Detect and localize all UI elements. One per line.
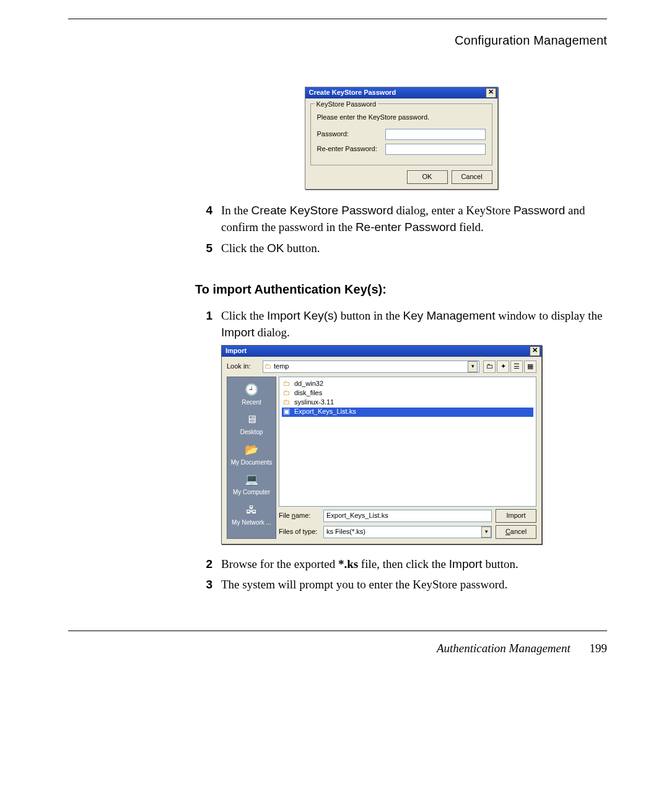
lookin-label: Look in: [227, 362, 259, 372]
prompt-text: Please enter the KeyStore password. [317, 113, 486, 123]
filename-input[interactable]: Export_Keys_List.ks [323, 510, 492, 522]
places-desktop[interactable]: 🖥 Desktop [227, 409, 276, 440]
step-text: Click the OK button. [221, 240, 607, 257]
keystore-groupbox: KeyStore Password Please enter the KeySt… [310, 103, 492, 165]
desktop-icon: 🖥 [243, 412, 260, 427]
reenter-password-input[interactable] [385, 144, 486, 155]
running-head: Configuration Management [68, 32, 607, 50]
places-computer[interactable]: 💻 My Computer [227, 469, 276, 500]
cancel-button[interactable]: Cancel [452, 170, 492, 184]
password-input[interactable] [385, 129, 486, 140]
footer-title: Authentication Management [437, 642, 571, 655]
step-text: The system will prompt you to enter the … [221, 576, 607, 593]
filetype-dropdown[interactable]: ks Files(*.ks) ▾ [323, 526, 492, 538]
list-item[interactable]: 🗀syslinux-3.11 [282, 398, 533, 408]
step-number: 5 [195, 240, 212, 257]
list-item[interactable]: 🗀disk_files [282, 389, 533, 398]
close-icon[interactable]: ✕ [486, 88, 496, 98]
cancel-button[interactable]: Cancel [496, 525, 536, 539]
list-view-icon[interactable]: ☰ [510, 360, 523, 373]
step-number: 4 [195, 202, 212, 236]
step-text: In the Create KeyStore Password dialog, … [221, 202, 607, 236]
file-list[interactable]: 🗀dd_win32 🗀disk_files 🗀syslinux-3.11 ▣Ex… [279, 377, 536, 507]
folder-open-icon: 🗀 [265, 362, 271, 372]
reenter-password-label: Re-enter Password: [317, 144, 385, 154]
places-network[interactable]: 🖧 My Network ... [227, 500, 276, 530]
details-view-icon[interactable]: ▦ [524, 360, 536, 373]
import-button[interactable]: Import [496, 509, 536, 523]
step-text: Click the Import Key(s) button in the Ke… [221, 307, 607, 341]
places-recent[interactable]: 🕘 Recent [227, 380, 276, 410]
page-footer: Authentication Management 199 [68, 631, 607, 657]
groupbox-title: KeyStore Password [315, 100, 378, 110]
dialog-title: Import [225, 346, 247, 356]
lookin-value: temp [274, 362, 289, 372]
new-folder-icon[interactable]: ✦ [497, 360, 509, 373]
import-dialog: Import ✕ Look in: 🗀 temp ▾ 🗀 ✦ ☰ ▦ [221, 345, 542, 544]
list-item[interactable]: 🗀dd_win32 [282, 380, 533, 389]
chevron-down-icon[interactable]: ▾ [481, 526, 491, 538]
places-documents[interactable]: 📂 My Documents [227, 440, 276, 470]
up-folder-icon[interactable]: 🗀 [483, 360, 496, 373]
chevron-down-icon[interactable]: ▾ [468, 361, 478, 372]
titlebar: Create KeyStore Password ✕ [305, 87, 497, 98]
step-number: 1 [195, 307, 212, 341]
documents-icon: 📂 [243, 442, 260, 457]
places-bar: 🕘 Recent 🖥 Desktop 📂 My Documents 💻 My C… [227, 377, 276, 539]
recent-icon: 🕘 [243, 382, 260, 397]
ok-button[interactable]: OK [407, 170, 448, 184]
create-keystore-dialog: Create KeyStore Password ✕ KeyStore Pass… [305, 87, 498, 190]
filetype-label: Files of type: [279, 527, 320, 537]
computer-icon: 💻 [243, 472, 260, 487]
file-icon: ▣ [283, 406, 292, 417]
network-icon: 🖧 [243, 502, 260, 517]
step-text: Browse for the exported *.ks file, then … [221, 556, 607, 573]
list-item[interactable]: ▣Export_Keys_List.ks [282, 408, 533, 417]
lookin-dropdown[interactable]: 🗀 temp ▾ [263, 360, 479, 373]
section-heading: To import Authentication Key(s): [195, 281, 607, 299]
step-number: 2 [195, 556, 212, 573]
password-label: Password: [317, 129, 385, 139]
dialog-title: Create KeyStore Password [309, 88, 396, 98]
close-icon[interactable]: ✕ [530, 346, 540, 356]
page-number: 199 [590, 642, 608, 655]
filename-label: File name: [279, 511, 320, 521]
step-number: 3 [195, 576, 212, 593]
titlebar: Import ✕ [222, 346, 541, 357]
